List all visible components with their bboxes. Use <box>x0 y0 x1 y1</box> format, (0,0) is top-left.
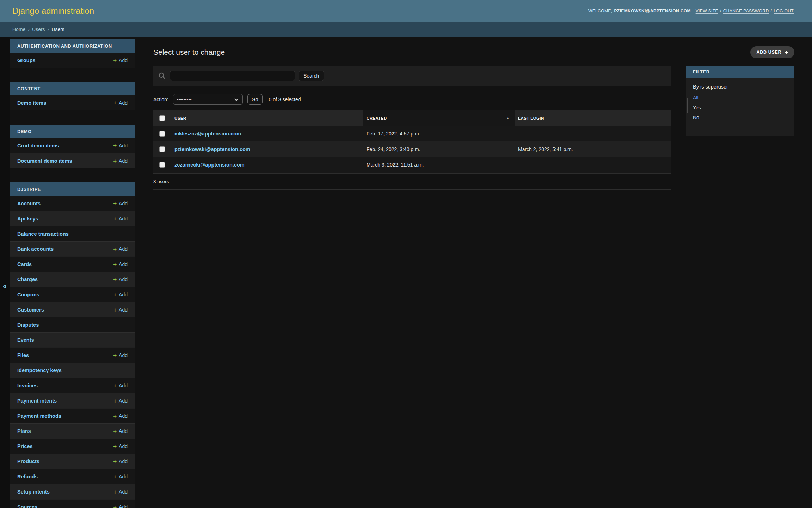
sidebar-item-add-link[interactable]: + Add <box>113 57 128 63</box>
filter-panel: FILTER By is superuser All Yes No <box>686 66 794 136</box>
sidebar-item-add-link[interactable]: + Add <box>113 459 128 465</box>
sidebar-item-link[interactable]: Payment methods <box>17 413 113 419</box>
sidebar-item-add-link[interactable]: + Add <box>113 383 128 389</box>
sidebar-item-add-link[interactable]: + Add <box>113 489 128 495</box>
changelist: Search Action: --------- Go 0 of 3 selec… <box>153 66 794 190</box>
sidebar-item-link[interactable]: Api keys <box>17 216 113 222</box>
sidebar-item: Accounts + Add <box>10 196 135 211</box>
sidebar-item-add-link[interactable]: + Add <box>113 504 128 508</box>
user-email-link[interactable]: pziemkowski@apptension.com <box>171 146 363 152</box>
select-all-checkbox[interactable] <box>159 115 165 121</box>
sort-ascending-icon[interactable]: ▲ <box>506 116 510 120</box>
sidebar-item-link[interactable]: Bank accounts <box>17 246 113 252</box>
change-password-link[interactable]: CHANGE PASSWORD <box>723 8 769 13</box>
sidebar-item-add-link[interactable]: + Add <box>113 307 128 313</box>
breadcrumb-home[interactable]: Home <box>12 26 25 32</box>
sidebar-item-link[interactable]: Idempotency keys <box>17 368 128 373</box>
add-label: Add <box>119 383 128 388</box>
filter-option-link[interactable]: All <box>693 95 699 101</box>
add-label: Add <box>119 459 128 464</box>
link-separator: / <box>770 8 772 13</box>
sidebar-item-link[interactable]: Refunds <box>17 474 113 479</box>
changelist-results: Search Action: --------- Go 0 of 3 selec… <box>153 66 671 190</box>
sidebar-item-link[interactable]: Cards <box>17 261 113 267</box>
sidebar-item: Disputes <box>10 317 135 332</box>
go-button[interactable]: Go <box>247 94 263 105</box>
row-checkbox[interactable] <box>159 146 165 152</box>
sidebar-item-add-link[interactable]: + Add <box>113 246 128 252</box>
sidebar-item-add-link[interactable]: + Add <box>113 428 128 434</box>
content-header: Select user to change ADD USER + <box>153 46 794 58</box>
sidebar-item-add-link[interactable]: + Add <box>113 277 128 283</box>
sidebar-item-add-link[interactable]: + Add <box>113 474 128 480</box>
sidebar-item: Sources + Add <box>10 499 135 508</box>
sidebar-item-add-link[interactable]: + Add <box>113 200 128 206</box>
sidebar-item-add-link[interactable]: + Add <box>113 143 128 149</box>
sidebar-item-link[interactable]: Balance transactions <box>17 231 128 237</box>
sidebar-item-link[interactable]: Disputes <box>17 322 128 328</box>
sidebar-item-link[interactable]: Sources <box>17 504 113 508</box>
plus-icon: + <box>113 292 117 298</box>
add-label: Add <box>119 201 128 206</box>
sidebar-item-add-link[interactable]: + Add <box>113 443 128 449</box>
filter-scrollbar[interactable] <box>687 98 688 113</box>
sidebar-item-add-link[interactable]: + Add <box>113 292 128 298</box>
sidebar-item: Files + Add <box>10 347 135 363</box>
collapse-chevrons-icon: « <box>0 282 10 290</box>
sidebar-item: Prices + Add <box>10 439 135 454</box>
search-button[interactable]: Search <box>299 71 324 81</box>
sidebar-item-add-link[interactable]: + Add <box>113 398 128 404</box>
column-header-last-login[interactable]: LAST LOGIN <box>515 116 671 120</box>
sidebar-item-add-link[interactable]: + Add <box>113 261 128 267</box>
sidebar-item-link[interactable]: Payment intents <box>17 398 113 404</box>
sidebar-item-link[interactable]: Charges <box>17 277 113 282</box>
column-header-created[interactable]: CREATED ▲ <box>363 110 515 126</box>
sidebar-item-add-link[interactable]: + Add <box>113 352 128 358</box>
plus-icon: + <box>113 246 117 252</box>
log-out-link[interactable]: LOG OUT <box>774 8 794 13</box>
action-select[interactable]: --------- <box>173 94 243 105</box>
sidebar-item-link[interactable]: Document demo items <box>17 158 113 164</box>
user-email-link[interactable]: zczarnecki@apptension.com <box>171 162 363 168</box>
sidebar-item-add-link[interactable]: + Add <box>113 216 128 222</box>
row-checkbox[interactable] <box>159 162 165 168</box>
sidebar-item-link[interactable]: Products <box>17 459 113 464</box>
search-input[interactable] <box>170 71 295 81</box>
sidebar-item-link[interactable]: Invoices <box>17 383 113 388</box>
sidebar-item-link[interactable]: Crud demo items <box>17 143 113 149</box>
sidebar-item-link[interactable]: Accounts <box>17 201 113 206</box>
sidebar-item-add-link[interactable]: + Add <box>113 100 128 106</box>
add-label: Add <box>119 504 128 508</box>
sidebar-item-link[interactable]: Files <box>17 352 113 358</box>
plus-icon: + <box>113 428 117 434</box>
sidebar-item-link[interactable]: Groups <box>17 58 113 63</box>
sidebar-item-link[interactable]: Setup intents <box>17 489 113 495</box>
sidebar-item-link[interactable]: Customers <box>17 307 113 313</box>
sidebar-item: Coupons + Add <box>10 287 135 302</box>
column-header-user[interactable]: USER <box>171 116 363 120</box>
plus-icon: + <box>113 100 117 106</box>
created-cell: March 3, 2022, 11:51 a.m. <box>363 162 515 168</box>
row-checkbox[interactable] <box>159 131 165 137</box>
last-login-cell: - <box>515 162 671 168</box>
sidebar-item-link[interactable]: Plans <box>17 428 113 434</box>
sidebar-item-add-link[interactable]: + Add <box>113 413 128 419</box>
sidebar-item-link[interactable]: Events <box>17 337 128 343</box>
user-email-link[interactable]: mkleszcz@apptension.com <box>171 131 363 137</box>
selection-counter: 0 of 3 selected <box>269 97 301 102</box>
filter-option-link[interactable]: No <box>693 115 699 120</box>
add-label: Add <box>119 143 128 149</box>
add-label: Add <box>119 246 128 252</box>
created-cell: Feb. 24, 2022, 3:40 p.m. <box>363 146 515 152</box>
sidebar-item-link[interactable]: Demo items <box>17 100 113 106</box>
sidebar-item-link[interactable]: Coupons <box>17 292 113 297</box>
view-site-link[interactable]: VIEW SITE <box>696 8 718 13</box>
site-title[interactable]: Django administration <box>12 6 94 16</box>
filter-option-link[interactable]: Yes <box>693 105 701 110</box>
sidebar-item-add-link[interactable]: + Add <box>113 158 128 164</box>
sidebar-collapse-toggle[interactable]: « <box>0 37 10 508</box>
breadcrumb-users-app[interactable]: Users <box>32 26 45 32</box>
add-user-button[interactable]: ADD USER + <box>750 46 794 58</box>
add-label: Add <box>119 100 128 106</box>
sidebar-item-link[interactable]: Prices <box>17 443 113 449</box>
